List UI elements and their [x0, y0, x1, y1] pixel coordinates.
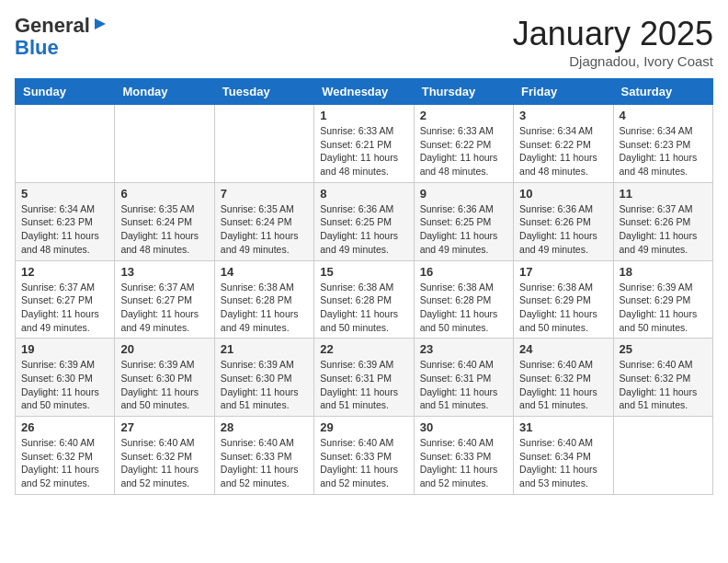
- table-row: 7Sunrise: 6:35 AM Sunset: 6:24 PM Daylig…: [214, 182, 313, 260]
- day-number: 23: [420, 342, 507, 356]
- day-info: Sunrise: 6:35 AM Sunset: 6:24 PM Dayligh…: [120, 202, 208, 257]
- day-number: 20: [120, 342, 208, 356]
- title-area: January 2025 Djagnadou, Ivory Coast: [513, 15, 713, 69]
- table-row: 8Sunrise: 6:36 AM Sunset: 6:25 PM Daylig…: [314, 182, 414, 260]
- day-info: Sunrise: 6:36 AM Sunset: 6:25 PM Dayligh…: [320, 202, 407, 257]
- day-number: 4: [620, 109, 707, 122]
- table-row: 26Sunrise: 6:40 AM Sunset: 6:32 PM Dayli…: [16, 417, 115, 495]
- day-info: Sunrise: 6:40 AM Sunset: 6:32 PM Dayligh…: [21, 436, 108, 490]
- day-info: Sunrise: 6:37 AM Sunset: 6:27 PM Dayligh…: [120, 281, 208, 335]
- day-number: 11: [620, 187, 707, 201]
- table-row: [613, 417, 712, 495]
- day-info: Sunrise: 6:40 AM Sunset: 6:32 PM Dayligh…: [120, 436, 208, 490]
- day-number: 28: [221, 420, 308, 434]
- day-info: Sunrise: 6:38 AM Sunset: 6:28 PM Dayligh…: [221, 281, 308, 335]
- logo-blue: Blue: [15, 36, 59, 59]
- table-row: 1Sunrise: 6:33 AM Sunset: 6:21 PM Daylig…: [314, 105, 414, 183]
- table-row: 17Sunrise: 6:38 AM Sunset: 6:29 PM Dayli…: [514, 260, 613, 339]
- day-info: Sunrise: 6:40 AM Sunset: 6:32 PM Dayligh…: [519, 358, 607, 412]
- day-info: Sunrise: 6:36 AM Sunset: 6:25 PM Dayligh…: [420, 202, 507, 257]
- day-number: 2: [420, 109, 507, 122]
- table-row: 28Sunrise: 6:40 AM Sunset: 6:33 PM Dayli…: [214, 417, 313, 495]
- svg-marker-0: [95, 18, 106, 29]
- header-saturday: Saturday: [613, 79, 712, 105]
- logo-general: General: [15, 15, 90, 37]
- logo-triangle: [93, 17, 108, 35]
- day-info: Sunrise: 6:33 AM Sunset: 6:22 PM Dayligh…: [420, 124, 507, 178]
- day-number: 15: [320, 265, 407, 279]
- table-row: 2Sunrise: 6:33 AM Sunset: 6:22 PM Daylig…: [414, 105, 513, 183]
- week-row-4: 26Sunrise: 6:40 AM Sunset: 6:32 PM Dayli…: [16, 417, 713, 495]
- month-title: January 2025: [513, 15, 713, 53]
- table-row: 4Sunrise: 6:34 AM Sunset: 6:23 PM Daylig…: [613, 105, 712, 183]
- day-info: Sunrise: 6:38 AM Sunset: 6:28 PM Dayligh…: [420, 281, 507, 335]
- day-number: 29: [320, 420, 407, 434]
- day-info: Sunrise: 6:34 AM Sunset: 6:22 PM Dayligh…: [519, 124, 607, 178]
- day-number: 10: [519, 187, 607, 201]
- table-row: 30Sunrise: 6:40 AM Sunset: 6:33 PM Dayli…: [414, 417, 513, 495]
- week-row-0: 1Sunrise: 6:33 AM Sunset: 6:21 PM Daylig…: [16, 105, 713, 183]
- day-info: Sunrise: 6:40 AM Sunset: 6:31 PM Dayligh…: [420, 358, 507, 412]
- day-number: 19: [21, 342, 108, 356]
- day-info: Sunrise: 6:39 AM Sunset: 6:30 PM Dayligh…: [221, 358, 308, 412]
- table-row: 6Sunrise: 6:35 AM Sunset: 6:24 PM Daylig…: [115, 182, 214, 260]
- table-row: [115, 105, 214, 183]
- logo: General Blue: [15, 15, 108, 59]
- table-row: 5Sunrise: 6:34 AM Sunset: 6:23 PM Daylig…: [16, 182, 115, 260]
- table-row: 21Sunrise: 6:39 AM Sunset: 6:30 PM Dayli…: [214, 339, 313, 417]
- day-info: Sunrise: 6:36 AM Sunset: 6:26 PM Dayligh…: [519, 202, 607, 257]
- day-number: 6: [120, 187, 208, 201]
- weekday-header-row: Sunday Monday Tuesday Wednesday Thursday…: [16, 79, 713, 105]
- table-row: 22Sunrise: 6:39 AM Sunset: 6:31 PM Dayli…: [314, 339, 414, 417]
- day-info: Sunrise: 6:33 AM Sunset: 6:21 PM Dayligh…: [320, 124, 407, 178]
- day-number: 17: [519, 265, 607, 279]
- day-number: 7: [221, 187, 308, 201]
- table-row: 29Sunrise: 6:40 AM Sunset: 6:33 PM Dayli…: [314, 417, 414, 495]
- day-number: 30: [420, 420, 507, 434]
- table-row: 14Sunrise: 6:38 AM Sunset: 6:28 PM Dayli…: [214, 260, 313, 339]
- table-row: 20Sunrise: 6:39 AM Sunset: 6:30 PM Dayli…: [115, 339, 214, 417]
- page-header: General Blue January 2025 Djagnadou, Ivo…: [15, 15, 713, 69]
- day-number: 8: [320, 187, 407, 201]
- week-row-3: 19Sunrise: 6:39 AM Sunset: 6:30 PM Dayli…: [16, 339, 713, 417]
- header-sunday: Sunday: [16, 79, 115, 105]
- table-row: 3Sunrise: 6:34 AM Sunset: 6:22 PM Daylig…: [514, 105, 613, 183]
- day-info: Sunrise: 6:40 AM Sunset: 6:33 PM Dayligh…: [320, 436, 407, 490]
- table-row: 19Sunrise: 6:39 AM Sunset: 6:30 PM Dayli…: [16, 339, 115, 417]
- day-number: 27: [120, 420, 208, 434]
- day-number: 5: [21, 187, 108, 201]
- table-row: 24Sunrise: 6:40 AM Sunset: 6:32 PM Dayli…: [514, 339, 613, 417]
- day-info: Sunrise: 6:37 AM Sunset: 6:26 PM Dayligh…: [620, 202, 707, 257]
- week-row-2: 12Sunrise: 6:37 AM Sunset: 6:27 PM Dayli…: [16, 260, 713, 339]
- day-info: Sunrise: 6:34 AM Sunset: 6:23 PM Dayligh…: [620, 124, 707, 178]
- day-number: 14: [221, 265, 308, 279]
- day-number: 25: [620, 342, 707, 356]
- day-info: Sunrise: 6:38 AM Sunset: 6:29 PM Dayligh…: [519, 281, 607, 335]
- day-info: Sunrise: 6:35 AM Sunset: 6:24 PM Dayligh…: [221, 202, 308, 257]
- table-row: 11Sunrise: 6:37 AM Sunset: 6:26 PM Dayli…: [613, 182, 712, 260]
- day-number: 12: [21, 265, 108, 279]
- day-number: 22: [320, 342, 407, 356]
- day-info: Sunrise: 6:37 AM Sunset: 6:27 PM Dayligh…: [21, 281, 108, 335]
- table-row: 31Sunrise: 6:40 AM Sunset: 6:34 PM Dayli…: [514, 417, 613, 495]
- day-number: 9: [420, 187, 507, 201]
- day-info: Sunrise: 6:40 AM Sunset: 6:34 PM Dayligh…: [519, 436, 607, 490]
- table-row: [214, 105, 313, 183]
- calendar-table: Sunday Monday Tuesday Wednesday Thursday…: [15, 78, 713, 495]
- header-friday: Friday: [514, 79, 613, 105]
- day-info: Sunrise: 6:38 AM Sunset: 6:28 PM Dayligh…: [320, 281, 407, 335]
- day-number: 13: [120, 265, 208, 279]
- table-row: 10Sunrise: 6:36 AM Sunset: 6:26 PM Dayli…: [514, 182, 613, 260]
- day-number: 3: [519, 109, 607, 122]
- day-number: 21: [221, 342, 308, 356]
- table-row: 25Sunrise: 6:40 AM Sunset: 6:32 PM Dayli…: [613, 339, 712, 417]
- table-row: 16Sunrise: 6:38 AM Sunset: 6:28 PM Dayli…: [414, 260, 513, 339]
- header-monday: Monday: [115, 79, 214, 105]
- week-row-1: 5Sunrise: 6:34 AM Sunset: 6:23 PM Daylig…: [16, 182, 713, 260]
- table-row: [16, 105, 115, 183]
- day-number: 31: [519, 420, 607, 434]
- day-number: 18: [620, 265, 707, 279]
- day-number: 26: [21, 420, 108, 434]
- day-info: Sunrise: 6:40 AM Sunset: 6:32 PM Dayligh…: [620, 358, 707, 412]
- table-row: 27Sunrise: 6:40 AM Sunset: 6:32 PM Dayli…: [115, 417, 214, 495]
